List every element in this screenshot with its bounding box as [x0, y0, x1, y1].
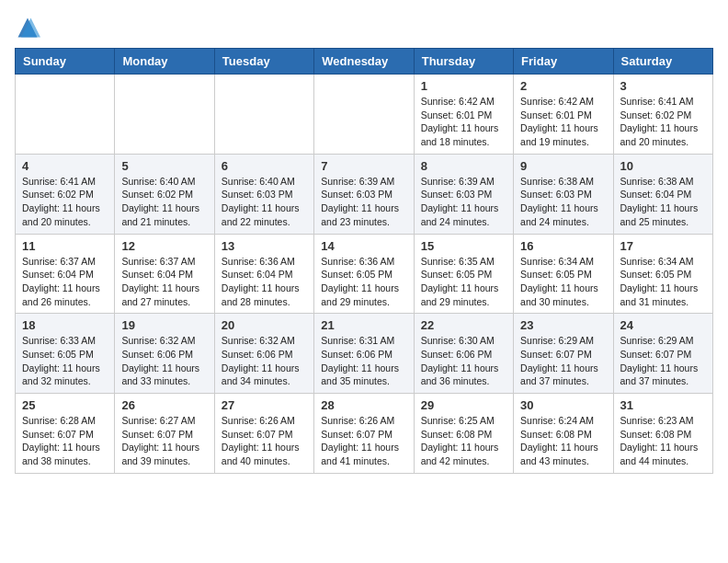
calendar-dow-tuesday: Tuesday	[214, 49, 313, 75]
day-number: 8	[421, 159, 506, 173]
calendar-week-row: 25Sunrise: 6:28 AM Sunset: 6:07 PM Dayli…	[16, 394, 713, 474]
day-info: Sunrise: 6:36 AM Sunset: 6:05 PM Dayligh…	[321, 255, 406, 309]
calendar-cell: 28Sunrise: 6:26 AM Sunset: 6:07 PM Dayli…	[314, 394, 414, 474]
calendar-cell: 10Sunrise: 6:38 AM Sunset: 6:04 PM Dayli…	[613, 154, 712, 234]
day-number: 12	[121, 239, 207, 253]
calendar-cell: 11Sunrise: 6:37 AM Sunset: 6:04 PM Dayli…	[16, 234, 115, 314]
calendar-table: SundayMondayTuesdayWednesdayThursdayFrid…	[15, 48, 713, 474]
calendar-cell: 21Sunrise: 6:31 AM Sunset: 6:06 PM Dayli…	[314, 314, 414, 394]
calendar-dow-saturday: Saturday	[613, 49, 712, 75]
day-info: Sunrise: 6:33 AM Sunset: 6:05 PM Dayligh…	[22, 334, 108, 388]
day-info: Sunrise: 6:40 AM Sunset: 6:02 PM Dayligh…	[121, 175, 207, 229]
calendar-cell: 19Sunrise: 6:32 AM Sunset: 6:06 PM Dayli…	[115, 314, 214, 394]
calendar-cell: 24Sunrise: 6:29 AM Sunset: 6:07 PM Dayli…	[613, 314, 712, 394]
day-number: 16	[520, 239, 606, 253]
day-info: Sunrise: 6:24 AM Sunset: 6:08 PM Dayligh…	[520, 414, 606, 468]
day-info: Sunrise: 6:38 AM Sunset: 6:04 PM Dayligh…	[620, 175, 706, 229]
calendar-week-row: 11Sunrise: 6:37 AM Sunset: 6:04 PM Dayli…	[16, 234, 713, 314]
calendar-cell: 31Sunrise: 6:23 AM Sunset: 6:08 PM Dayli…	[613, 394, 712, 474]
day-number: 9	[520, 159, 606, 173]
day-number: 30	[520, 398, 606, 412]
calendar-cell	[16, 75, 115, 155]
day-number: 2	[520, 79, 606, 93]
day-number: 7	[321, 159, 406, 173]
calendar-week-row: 1Sunrise: 6:42 AM Sunset: 6:01 PM Daylig…	[16, 75, 713, 155]
day-number: 21	[321, 318, 406, 332]
calendar-cell: 29Sunrise: 6:25 AM Sunset: 6:08 PM Dayli…	[414, 394, 513, 474]
calendar-cell: 15Sunrise: 6:35 AM Sunset: 6:05 PM Dayli…	[414, 234, 513, 314]
day-info: Sunrise: 6:42 AM Sunset: 6:01 PM Dayligh…	[520, 95, 606, 149]
day-number: 5	[121, 159, 207, 173]
calendar-cell: 13Sunrise: 6:36 AM Sunset: 6:04 PM Dayli…	[214, 234, 313, 314]
calendar-cell	[214, 75, 313, 155]
day-number: 17	[620, 239, 706, 253]
calendar-cell: 17Sunrise: 6:34 AM Sunset: 6:05 PM Dayli…	[613, 234, 712, 314]
logo	[15, 15, 44, 40]
day-info: Sunrise: 6:29 AM Sunset: 6:07 PM Dayligh…	[620, 334, 706, 388]
day-number: 28	[321, 398, 406, 412]
calendar-cell: 30Sunrise: 6:24 AM Sunset: 6:08 PM Dayli…	[514, 394, 613, 474]
day-number: 27	[222, 398, 307, 412]
day-info: Sunrise: 6:31 AM Sunset: 6:06 PM Dayligh…	[321, 334, 406, 388]
day-info: Sunrise: 6:23 AM Sunset: 6:08 PM Dayligh…	[620, 414, 706, 468]
day-number: 15	[421, 239, 506, 253]
day-info: Sunrise: 6:37 AM Sunset: 6:04 PM Dayligh…	[121, 255, 207, 309]
day-number: 20	[222, 318, 307, 332]
calendar-cell: 18Sunrise: 6:33 AM Sunset: 6:05 PM Dayli…	[16, 314, 115, 394]
calendar-cell: 22Sunrise: 6:30 AM Sunset: 6:06 PM Dayli…	[414, 314, 513, 394]
day-number: 4	[22, 159, 108, 173]
day-info: Sunrise: 6:28 AM Sunset: 6:07 PM Dayligh…	[22, 414, 108, 468]
calendar-cell	[314, 75, 414, 155]
calendar-cell: 4Sunrise: 6:41 AM Sunset: 6:02 PM Daylig…	[16, 154, 115, 234]
calendar-cell: 5Sunrise: 6:40 AM Sunset: 6:02 PM Daylig…	[115, 154, 214, 234]
page-header	[15, 15, 713, 40]
day-info: Sunrise: 6:41 AM Sunset: 6:02 PM Dayligh…	[22, 175, 108, 229]
calendar-week-row: 18Sunrise: 6:33 AM Sunset: 6:05 PM Dayli…	[16, 314, 713, 394]
logo-icon	[15, 15, 40, 40]
calendar-cell: 14Sunrise: 6:36 AM Sunset: 6:05 PM Dayli…	[314, 234, 414, 314]
day-info: Sunrise: 6:38 AM Sunset: 6:03 PM Dayligh…	[520, 175, 606, 229]
day-info: Sunrise: 6:34 AM Sunset: 6:05 PM Dayligh…	[620, 255, 706, 309]
day-info: Sunrise: 6:42 AM Sunset: 6:01 PM Dayligh…	[421, 95, 506, 149]
day-number: 14	[321, 239, 406, 253]
calendar-dow-friday: Friday	[514, 49, 613, 75]
calendar-cell: 8Sunrise: 6:39 AM Sunset: 6:03 PM Daylig…	[414, 154, 513, 234]
day-info: Sunrise: 6:39 AM Sunset: 6:03 PM Dayligh…	[421, 175, 506, 229]
calendar-cell: 27Sunrise: 6:26 AM Sunset: 6:07 PM Dayli…	[214, 394, 313, 474]
day-number: 11	[22, 239, 108, 253]
calendar-cell: 25Sunrise: 6:28 AM Sunset: 6:07 PM Dayli…	[16, 394, 115, 474]
day-number: 1	[421, 79, 506, 93]
calendar-cell: 23Sunrise: 6:29 AM Sunset: 6:07 PM Dayli…	[514, 314, 613, 394]
calendar-dow-wednesday: Wednesday	[314, 49, 414, 75]
day-info: Sunrise: 6:32 AM Sunset: 6:06 PM Dayligh…	[121, 334, 207, 388]
calendar-cell: 12Sunrise: 6:37 AM Sunset: 6:04 PM Dayli…	[115, 234, 214, 314]
day-info: Sunrise: 6:29 AM Sunset: 6:07 PM Dayligh…	[520, 334, 606, 388]
calendar-dow-sunday: Sunday	[16, 49, 115, 75]
day-number: 19	[121, 318, 207, 332]
day-number: 6	[222, 159, 307, 173]
day-number: 24	[620, 318, 706, 332]
day-number: 26	[121, 398, 207, 412]
calendar-cell: 6Sunrise: 6:40 AM Sunset: 6:03 PM Daylig…	[214, 154, 313, 234]
day-number: 29	[421, 398, 506, 412]
day-number: 31	[620, 398, 706, 412]
day-number: 3	[620, 79, 706, 93]
calendar-cell: 26Sunrise: 6:27 AM Sunset: 6:07 PM Dayli…	[115, 394, 214, 474]
calendar-dow-monday: Monday	[115, 49, 214, 75]
day-info: Sunrise: 6:37 AM Sunset: 6:04 PM Dayligh…	[22, 255, 108, 309]
day-info: Sunrise: 6:30 AM Sunset: 6:06 PM Dayligh…	[421, 334, 506, 388]
calendar-week-row: 4Sunrise: 6:41 AM Sunset: 6:02 PM Daylig…	[16, 154, 713, 234]
calendar-cell	[115, 75, 214, 155]
day-number: 10	[620, 159, 706, 173]
calendar-cell: 20Sunrise: 6:32 AM Sunset: 6:06 PM Dayli…	[214, 314, 313, 394]
day-info: Sunrise: 6:41 AM Sunset: 6:02 PM Dayligh…	[620, 95, 706, 149]
day-info: Sunrise: 6:26 AM Sunset: 6:07 PM Dayligh…	[222, 414, 307, 468]
calendar-cell: 9Sunrise: 6:38 AM Sunset: 6:03 PM Daylig…	[514, 154, 613, 234]
day-info: Sunrise: 6:39 AM Sunset: 6:03 PM Dayligh…	[321, 175, 406, 229]
day-number: 25	[22, 398, 108, 412]
day-info: Sunrise: 6:25 AM Sunset: 6:08 PM Dayligh…	[421, 414, 506, 468]
day-info: Sunrise: 6:26 AM Sunset: 6:07 PM Dayligh…	[321, 414, 406, 468]
day-number: 22	[421, 318, 506, 332]
day-info: Sunrise: 6:32 AM Sunset: 6:06 PM Dayligh…	[222, 334, 307, 388]
calendar-cell: 3Sunrise: 6:41 AM Sunset: 6:02 PM Daylig…	[613, 75, 712, 155]
